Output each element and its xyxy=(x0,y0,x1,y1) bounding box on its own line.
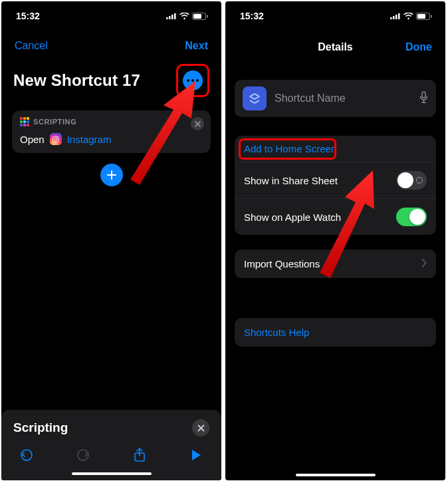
import-questions-row[interactable]: Import Questions xyxy=(235,249,436,278)
status-bar: 15:32 xyxy=(1,1,221,25)
share-sheet-toggle[interactable] xyxy=(396,171,427,190)
home-indicator xyxy=(296,474,376,476)
action-app[interactable]: Instagram xyxy=(67,134,112,145)
status-time: 15:32 xyxy=(240,11,264,21)
svg-rect-20 xyxy=(422,92,425,98)
scripting-icon xyxy=(20,117,29,126)
svg-rect-5 xyxy=(193,14,201,19)
sheet-title: Scripting xyxy=(13,420,68,435)
svg-rect-15 xyxy=(395,15,397,19)
svg-rect-13 xyxy=(390,17,392,19)
share-button[interactable] xyxy=(130,446,149,464)
svg-rect-6 xyxy=(207,15,208,17)
import-section: Import Questions xyxy=(235,249,436,278)
apple-watch-label: Show on Apple Watch xyxy=(244,212,341,223)
bottom-toolbar xyxy=(13,436,209,468)
svg-rect-0 xyxy=(166,17,168,19)
shortcuts-help-row[interactable]: Shortcuts Help xyxy=(235,318,436,347)
dictate-icon[interactable] xyxy=(419,91,428,106)
status-indicators xyxy=(166,13,208,20)
action-verb: Open xyxy=(20,134,45,145)
cellular-icon xyxy=(390,13,401,19)
status-time: 15:32 xyxy=(16,11,40,21)
action-body: Open Instagram xyxy=(20,133,203,145)
add-to-home-label: Add to Home Screen xyxy=(244,143,336,154)
shortcut-details-screen: 15:32 Details Done Shortcut Name Add to … xyxy=(225,1,445,480)
apple-watch-row: Show on Apple Watch xyxy=(235,199,436,235)
svg-point-9 xyxy=(57,137,58,138)
details-nav: Details Done xyxy=(225,25,445,63)
svg-rect-14 xyxy=(393,16,395,19)
add-to-home-row[interactable]: Add to Home Screen xyxy=(235,136,436,162)
more-button-container xyxy=(175,63,211,98)
cellular-icon xyxy=(166,13,177,19)
svg-rect-16 xyxy=(398,13,400,19)
remove-action-button[interactable] xyxy=(191,117,204,130)
add-action-button[interactable] xyxy=(100,164,123,186)
apple-watch-toggle[interactable] xyxy=(396,208,427,226)
shortcut-name-input[interactable]: Shortcut Name xyxy=(275,92,411,104)
title-row: New Shortcut 17 xyxy=(1,59,221,108)
import-questions-label: Import Questions xyxy=(244,258,320,269)
options-section: Add to Home Screen Show in Share Sheet S… xyxy=(235,136,436,235)
done-button[interactable]: Done xyxy=(405,41,432,53)
svg-rect-7 xyxy=(53,136,58,142)
nav-bar: Cancel Next xyxy=(1,25,221,59)
svg-point-8 xyxy=(55,138,57,140)
shortcut-editor-screen: 15:32 Cancel Next New Shortcut 17 SCRIPT… xyxy=(1,1,221,480)
svg-rect-1 xyxy=(169,16,171,19)
shortcut-name-row[interactable]: Shortcut Name xyxy=(235,80,436,117)
battery-icon xyxy=(416,13,432,20)
next-button[interactable]: Next xyxy=(185,40,208,52)
svg-rect-18 xyxy=(417,14,425,19)
action-header: SCRIPTING xyxy=(20,117,203,126)
status-indicators xyxy=(390,13,432,20)
shortcut-glyph-icon[interactable] xyxy=(243,86,267,110)
svg-rect-3 xyxy=(174,13,176,19)
page-title: New Shortcut 17 xyxy=(13,71,140,90)
share-sheet-label: Show in Share Sheet xyxy=(244,175,338,186)
category-sheet: Scripting xyxy=(1,410,221,480)
wifi-icon xyxy=(403,13,413,20)
instagram-icon xyxy=(50,133,62,145)
more-button[interactable] xyxy=(183,71,203,90)
chevron-right-icon xyxy=(421,258,427,269)
action-card[interactable]: SCRIPTING Open Instagram xyxy=(12,110,211,153)
help-section: Shortcuts Help xyxy=(235,318,436,347)
battery-icon xyxy=(192,13,208,20)
status-bar: 15:32 xyxy=(225,1,445,25)
sheet-close-button[interactable] xyxy=(192,419,209,436)
cancel-button[interactable]: Cancel xyxy=(15,40,48,52)
wifi-icon xyxy=(179,13,189,20)
run-button[interactable] xyxy=(187,446,205,464)
shortcuts-help-label: Shortcuts Help xyxy=(244,327,309,338)
svg-rect-19 xyxy=(431,15,432,17)
action-category: SCRIPTING xyxy=(33,118,76,126)
redo-button[interactable] xyxy=(74,446,92,464)
home-indicator xyxy=(72,472,152,475)
details-title: Details xyxy=(318,41,352,53)
svg-rect-2 xyxy=(171,15,173,19)
share-sheet-row: Show in Share Sheet xyxy=(235,162,436,199)
undo-button[interactable] xyxy=(17,446,36,464)
